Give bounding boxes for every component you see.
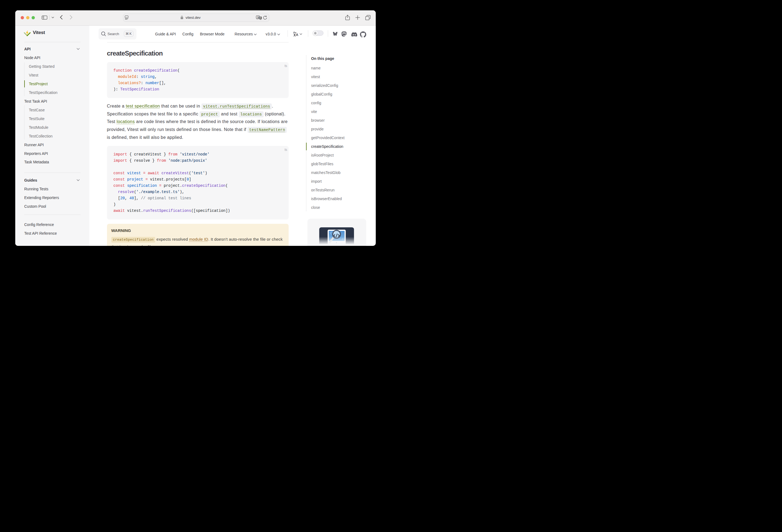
svg-text:文: 文	[259, 16, 261, 19]
svg-text:A: A	[296, 33, 298, 36]
